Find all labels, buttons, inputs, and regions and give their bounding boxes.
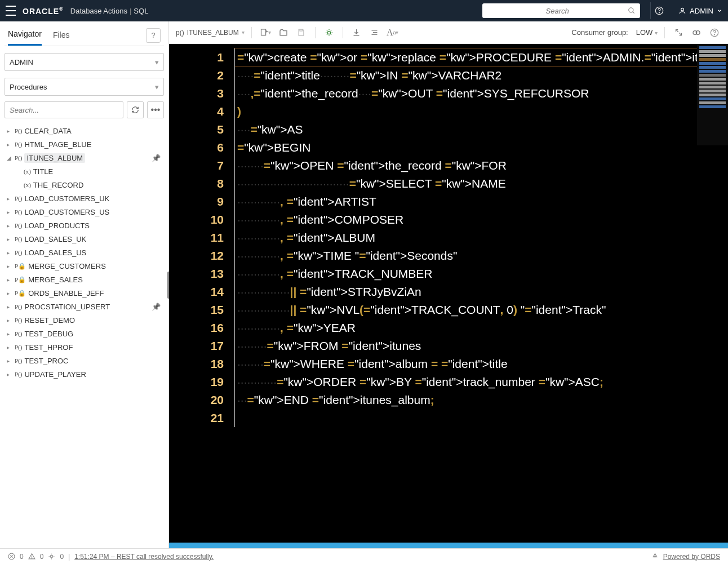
- svg-point-24: [32, 558, 32, 558]
- code-line-10[interactable]: ·············, ="ident">COMPOSER: [234, 211, 728, 229]
- tree-node-test_hprof[interactable]: ▸P() TEST_HPROF: [5, 340, 164, 354]
- tree-node-test_debug[interactable]: ▸P() TEST_DEBUG: [5, 327, 164, 340]
- svg-point-3: [659, 12, 659, 13]
- sidebar-tabs: Navigator Files ?: [5, 26, 164, 46]
- svg-rect-5: [261, 29, 265, 35]
- svg-line-13: [676, 30, 678, 32]
- code-line-9[interactable]: ·············, ="ident">ARTIST: [234, 193, 728, 211]
- user-menu[interactable]: ADMIN: [678, 7, 722, 15]
- editor-toolbar: p() ITUNES_ALBUM ▾ ▾ Aa ▾ Consumer group…: [169, 21, 728, 44]
- code-line-17[interactable]: ·········="kw">FROM ="ident">itunes: [234, 337, 728, 355]
- svg-point-9: [327, 31, 330, 34]
- tree-node-test_proc[interactable]: ▸P() TEST_PROC: [5, 354, 164, 367]
- warning-icon: [28, 553, 35, 560]
- hamburger-icon[interactable]: [6, 6, 16, 16]
- page-title: Database Actions|SQL: [70, 7, 149, 15]
- breadcrumb-kind: p(): [176, 29, 184, 37]
- code-line-18[interactable]: ········="kw">WHERE ="ident">album = ="i…: [234, 355, 728, 373]
- code-line-19[interactable]: ············="kw">ORDER ="kw">BY ="ident…: [234, 373, 728, 391]
- format-button[interactable]: [368, 26, 381, 39]
- code-line-13[interactable]: ·············, ="ident">TRACK_NUMBER: [234, 265, 728, 283]
- tree-child-the_record[interactable]: (x) THE_RECORD: [5, 178, 164, 192]
- code-line-8[interactable]: ··································="kw">…: [234, 175, 728, 193]
- new-worksheet-button[interactable]: ▾: [259, 26, 272, 39]
- editor-gutter: 123456789101112131415161718192021: [169, 44, 234, 548]
- tree-node-update_player[interactable]: ▸P() UPDATE_PLAYER: [5, 367, 164, 381]
- help-icon[interactable]: [650, 2, 667, 19]
- tree-node-html_page_blue[interactable]: ▸P() HTML_PAGE_BLUE: [5, 137, 164, 151]
- status-bar: 0 0 0 | 1:51:24 PM – REST call resolved …: [0, 548, 728, 564]
- save-button[interactable]: [295, 26, 308, 39]
- code-line-6[interactable]: ="kw">BEGIN: [234, 139, 728, 157]
- download-button[interactable]: [350, 26, 363, 39]
- warning-count: 0: [40, 553, 44, 561]
- code-line-12[interactable]: ·············, ="kw">TIME "="ident">Seco…: [234, 247, 728, 265]
- powered-by-link[interactable]: Powered by ORDS: [663, 553, 720, 561]
- svg-line-14: [679, 33, 681, 35]
- tree-node-merge_customers[interactable]: ▸P🔒 MERGE_CUSTOMERS: [5, 259, 164, 273]
- brand-logo: ORACLE®: [23, 6, 64, 16]
- tree-node-load_customers_us[interactable]: ▸P() LOAD_CUSTOMERS_US: [5, 205, 164, 219]
- find-button[interactable]: [690, 26, 703, 39]
- process-icon: [48, 553, 55, 560]
- ords-icon: [651, 553, 659, 560]
- code-line-3[interactable]: ····,="ident">the_record····="kw">OUT ="…: [234, 85, 728, 103]
- refresh-button[interactable]: [127, 101, 144, 118]
- tree-node-load_products[interactable]: ▸P() LOAD_PRODUCTS: [5, 219, 164, 232]
- editor-help-icon[interactable]: [708, 26, 721, 39]
- tree-node-merge_sales[interactable]: ▸P🔒 MERGE_SALES: [5, 273, 164, 286]
- code-line-20[interactable]: ···="kw">END ="ident">itunes_album;: [234, 391, 728, 409]
- svg-point-18: [714, 34, 714, 34]
- more-button[interactable]: •••: [147, 101, 164, 118]
- code-line-4[interactable]: ): [234, 103, 728, 121]
- tree-node-ords_enable_jeff[interactable]: ▸P🔒 ORDS_ENABLE_JEFF: [5, 286, 164, 300]
- font-button[interactable]: Aa ▾: [386, 26, 399, 39]
- breadcrumb-name: ITUNES_ALBUM: [187, 29, 239, 37]
- svg-line-1: [633, 12, 634, 14]
- object-type-dropdown[interactable]: Procedures▾: [5, 78, 164, 96]
- sidebar-help-icon[interactable]: ?: [146, 28, 161, 43]
- error-icon: [8, 553, 15, 560]
- tab-files[interactable]: Files: [53, 30, 70, 45]
- code-line-7[interactable]: ········="kw">OPEN ="ident">the_record =…: [234, 157, 728, 175]
- user-icon: [678, 7, 686, 15]
- tab-navigator[interactable]: Navigator: [8, 29, 42, 46]
- error-count: 0: [20, 553, 24, 561]
- sidebar-search-input[interactable]: [5, 101, 123, 118]
- svg-point-0: [629, 8, 633, 12]
- sql-editor[interactable]: 123456789101112131415161718192021 ="kw">…: [169, 44, 728, 548]
- consumer-group-dropdown[interactable]: LOW ▾: [636, 28, 658, 37]
- status-message[interactable]: 1:51:24 PM – REST call resolved successf…: [74, 553, 214, 561]
- code-line-21[interactable]: [234, 409, 728, 427]
- editor-minimap[interactable]: [697, 44, 728, 145]
- tree-child-title[interactable]: (x) TITLE: [5, 165, 164, 178]
- editor-h-scrollbar[interactable]: [169, 543, 728, 548]
- object-tree[interactable]: ▸P() CLEAR_DATA▸P() HTML_PAGE_BLUE◢P() I…: [5, 124, 164, 548]
- run-button[interactable]: [322, 26, 336, 39]
- code-line-14[interactable]: ················|| ="ident">STRJyBvZiAn: [234, 283, 728, 301]
- editor-code[interactable]: ="kw">create ="kw">or ="kw">replace ="kw…: [234, 44, 728, 548]
- global-search[interactable]: [482, 3, 640, 18]
- tree-node-procstation_upsert[interactable]: ▸P() PROCSTATION_UPSERT📌: [5, 300, 164, 313]
- tree-node-load_sales_us[interactable]: ▸P() LOAD_SALES_US: [5, 246, 164, 259]
- open-file-button[interactable]: [277, 26, 290, 39]
- code-line-2[interactable]: ·····="ident">title·········="kw">IN ="k…: [234, 66, 728, 85]
- code-line-5[interactable]: ····="kw">AS: [234, 121, 728, 139]
- svg-point-25: [51, 555, 53, 557]
- chevron-down-icon: [717, 8, 722, 14]
- fullscreen-button[interactable]: [672, 26, 685, 39]
- tree-node-load_customers_uk[interactable]: ▸P() LOAD_CUSTOMERS_UK: [5, 192, 164, 205]
- worksheet-breadcrumb[interactable]: p() ITUNES_ALBUM ▾: [176, 29, 245, 37]
- tree-node-load_sales_uk[interactable]: ▸P() LOAD_SALES_UK: [5, 232, 164, 246]
- search-icon: [628, 7, 636, 15]
- editor-area: p() ITUNES_ALBUM ▾ ▾ Aa ▾ Consumer group…: [169, 21, 728, 548]
- schema-dropdown[interactable]: ADMIN▾: [5, 53, 164, 71]
- tree-node-itunes_album[interactable]: ◢P() ITUNES_ALBUM📌: [5, 151, 164, 165]
- code-line-1[interactable]: ="kw">create ="kw">or ="kw">replace ="kw…: [234, 48, 728, 66]
- code-line-15[interactable]: ················|| ="kw">NVL(="ident">TR…: [234, 301, 728, 319]
- global-search-input[interactable]: [487, 7, 628, 15]
- tree-node-reset_demo[interactable]: ▸P() RESET_DEMO: [5, 313, 164, 327]
- code-line-11[interactable]: ·············, ="ident">ALBUM: [234, 229, 728, 247]
- code-line-16[interactable]: ·············, ="kw">YEAR: [234, 319, 728, 337]
- tree-node-clear_data[interactable]: ▸P() CLEAR_DATA: [5, 124, 164, 137]
